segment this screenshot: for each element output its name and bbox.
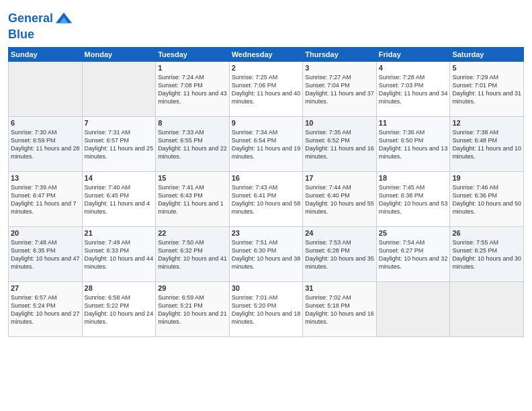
- day-number: 25: [379, 229, 448, 237]
- day-number: 4: [379, 64, 448, 72]
- day-cell: [376, 281, 450, 336]
- day-number: 24: [305, 229, 374, 237]
- day-cell: 6Sunrise: 7:30 AM Sunset: 6:59 PM Daylig…: [9, 116, 83, 171]
- day-cell: 5Sunrise: 7:29 AM Sunset: 7:01 PM Daylig…: [450, 61, 524, 116]
- day-number: 31: [305, 284, 374, 292]
- day-number: 2: [232, 64, 301, 72]
- day-cell: 19Sunrise: 7:46 AM Sunset: 6:36 PM Dayli…: [450, 171, 524, 226]
- day-info: Sunrise: 7:50 AM Sunset: 6:32 PM Dayligh…: [158, 238, 227, 271]
- week-row-2: 6Sunrise: 7:30 AM Sunset: 6:59 PM Daylig…: [9, 116, 524, 171]
- day-cell: 4Sunrise: 7:28 AM Sunset: 7:03 PM Daylig…: [376, 61, 450, 116]
- day-cell: 1Sunrise: 7:24 AM Sunset: 7:08 PM Daylig…: [156, 61, 230, 116]
- day-number: 26: [452, 229, 521, 237]
- day-info: Sunrise: 7:53 AM Sunset: 6:28 PM Dayligh…: [305, 238, 374, 271]
- day-cell: 9Sunrise: 7:34 AM Sunset: 6:54 PM Daylig…: [229, 116, 303, 171]
- day-info: Sunrise: 7:54 AM Sunset: 6:27 PM Dayligh…: [379, 238, 448, 271]
- day-cell: [82, 61, 156, 116]
- logo: General Blue: [8, 9, 73, 42]
- week-row-5: 27Sunrise: 6:57 AM Sunset: 5:24 PM Dayli…: [9, 281, 524, 336]
- day-info: Sunrise: 7:35 AM Sunset: 6:52 PM Dayligh…: [305, 128, 374, 161]
- day-cell: 24Sunrise: 7:53 AM Sunset: 6:28 PM Dayli…: [303, 226, 377, 281]
- day-info: Sunrise: 7:34 AM Sunset: 6:54 PM Dayligh…: [232, 128, 301, 161]
- header-cell-tuesday: Tuesday: [156, 47, 230, 61]
- day-cell: 18Sunrise: 7:45 AM Sunset: 6:38 PM Dayli…: [376, 171, 450, 226]
- day-cell: 2Sunrise: 7:25 AM Sunset: 7:06 PM Daylig…: [229, 61, 303, 116]
- day-info: Sunrise: 7:28 AM Sunset: 7:03 PM Dayligh…: [379, 73, 448, 106]
- day-cell: 14Sunrise: 7:40 AM Sunset: 6:45 PM Dayli…: [82, 171, 156, 226]
- day-info: Sunrise: 7:49 AM Sunset: 6:33 PM Dayligh…: [85, 238, 154, 271]
- day-number: 30: [232, 284, 301, 292]
- day-info: Sunrise: 7:25 AM Sunset: 7:06 PM Dayligh…: [232, 73, 301, 106]
- day-info: Sunrise: 7:30 AM Sunset: 6:59 PM Dayligh…: [11, 128, 80, 161]
- day-cell: 28Sunrise: 6:58 AM Sunset: 5:22 PM Dayli…: [82, 281, 156, 336]
- day-cell: [9, 61, 83, 116]
- day-cell: 20Sunrise: 7:48 AM Sunset: 6:35 PM Dayli…: [9, 226, 83, 281]
- day-cell: 7Sunrise: 7:31 AM Sunset: 6:57 PM Daylig…: [82, 116, 156, 171]
- day-cell: 30Sunrise: 7:01 AM Sunset: 5:20 PM Dayli…: [229, 281, 303, 336]
- day-number: 23: [232, 229, 301, 237]
- day-info: Sunrise: 7:36 AM Sunset: 6:50 PM Dayligh…: [379, 128, 448, 161]
- day-number: 29: [158, 284, 227, 292]
- day-cell: [450, 281, 524, 336]
- calendar-table: SundayMondayTuesdayWednesdayThursdayFrid…: [8, 47, 524, 337]
- day-cell: 8Sunrise: 7:33 AM Sunset: 6:55 PM Daylig…: [156, 116, 230, 171]
- day-cell: 15Sunrise: 7:41 AM Sunset: 6:43 PM Dayli…: [156, 171, 230, 226]
- day-info: Sunrise: 7:46 AM Sunset: 6:36 PM Dayligh…: [452, 183, 521, 216]
- day-info: Sunrise: 7:43 AM Sunset: 6:41 PM Dayligh…: [232, 183, 301, 216]
- day-cell: 17Sunrise: 7:44 AM Sunset: 6:40 PM Dayli…: [303, 171, 377, 226]
- week-row-4: 20Sunrise: 7:48 AM Sunset: 6:35 PM Dayli…: [9, 226, 524, 281]
- day-number: 18: [379, 174, 448, 182]
- day-cell: 26Sunrise: 7:55 AM Sunset: 6:25 PM Dayli…: [450, 226, 524, 281]
- day-number: 11: [379, 119, 448, 127]
- day-cell: 16Sunrise: 7:43 AM Sunset: 6:41 PM Dayli…: [229, 171, 303, 226]
- day-info: Sunrise: 7:48 AM Sunset: 6:35 PM Dayligh…: [11, 238, 80, 271]
- day-info: Sunrise: 7:27 AM Sunset: 7:04 PM Dayligh…: [305, 73, 374, 106]
- day-cell: 23Sunrise: 7:51 AM Sunset: 6:30 PM Dayli…: [229, 226, 303, 281]
- header-cell-saturday: Saturday: [450, 47, 524, 61]
- day-info: Sunrise: 7:31 AM Sunset: 6:57 PM Dayligh…: [85, 128, 154, 161]
- calendar-container: General Blue SundayMondayTuesdayWednesda…: [0, 0, 532, 342]
- day-number: 12: [452, 119, 521, 127]
- header-cell-sunday: Sunday: [9, 47, 83, 61]
- logo-blue: Blue: [8, 28, 73, 42]
- header-cell-monday: Monday: [82, 47, 156, 61]
- header: General Blue: [8, 7, 524, 42]
- day-number: 5: [452, 64, 521, 72]
- day-cell: 21Sunrise: 7:49 AM Sunset: 6:33 PM Dayli…: [82, 226, 156, 281]
- day-number: 7: [85, 119, 154, 127]
- day-number: 14: [85, 174, 154, 182]
- day-info: Sunrise: 7:24 AM Sunset: 7:08 PM Dayligh…: [158, 73, 227, 106]
- day-info: Sunrise: 7:01 AM Sunset: 5:20 PM Dayligh…: [232, 293, 301, 326]
- day-number: 19: [452, 174, 521, 182]
- week-row-3: 13Sunrise: 7:39 AM Sunset: 6:47 PM Dayli…: [9, 171, 524, 226]
- week-row-1: 1Sunrise: 7:24 AM Sunset: 7:08 PM Daylig…: [9, 61, 524, 116]
- day-info: Sunrise: 7:33 AM Sunset: 6:55 PM Dayligh…: [158, 128, 227, 161]
- day-number: 17: [305, 174, 374, 182]
- day-number: 22: [158, 229, 227, 237]
- day-number: 21: [85, 229, 154, 237]
- day-number: 9: [232, 119, 301, 127]
- day-number: 16: [232, 174, 301, 182]
- day-number: 28: [85, 284, 154, 292]
- day-cell: 11Sunrise: 7:36 AM Sunset: 6:50 PM Dayli…: [376, 116, 450, 171]
- day-info: Sunrise: 7:45 AM Sunset: 6:38 PM Dayligh…: [379, 183, 448, 216]
- day-info: Sunrise: 6:57 AM Sunset: 5:24 PM Dayligh…: [11, 293, 80, 326]
- day-info: Sunrise: 7:44 AM Sunset: 6:40 PM Dayligh…: [305, 183, 374, 216]
- day-number: 20: [11, 229, 80, 237]
- day-info: Sunrise: 7:55 AM Sunset: 6:25 PM Dayligh…: [452, 238, 521, 271]
- day-cell: 22Sunrise: 7:50 AM Sunset: 6:32 PM Dayli…: [156, 226, 230, 281]
- day-info: Sunrise: 7:39 AM Sunset: 6:47 PM Dayligh…: [11, 183, 80, 216]
- day-cell: 12Sunrise: 7:38 AM Sunset: 6:48 PM Dayli…: [450, 116, 524, 171]
- logo-text: General: [8, 12, 53, 26]
- day-info: Sunrise: 6:58 AM Sunset: 5:22 PM Dayligh…: [85, 293, 154, 326]
- day-cell: 27Sunrise: 6:57 AM Sunset: 5:24 PM Dayli…: [9, 281, 83, 336]
- day-number: 13: [11, 174, 80, 182]
- header-cell-thursday: Thursday: [303, 47, 377, 61]
- day-number: 1: [158, 64, 227, 72]
- day-cell: 25Sunrise: 7:54 AM Sunset: 6:27 PM Dayli…: [376, 226, 450, 281]
- day-info: Sunrise: 7:38 AM Sunset: 6:48 PM Dayligh…: [452, 128, 521, 161]
- header-row: SundayMondayTuesdayWednesdayThursdayFrid…: [9, 47, 524, 61]
- logo-icon: [54, 9, 73, 28]
- day-number: 10: [305, 119, 374, 127]
- day-info: Sunrise: 7:29 AM Sunset: 7:01 PM Dayligh…: [452, 73, 521, 106]
